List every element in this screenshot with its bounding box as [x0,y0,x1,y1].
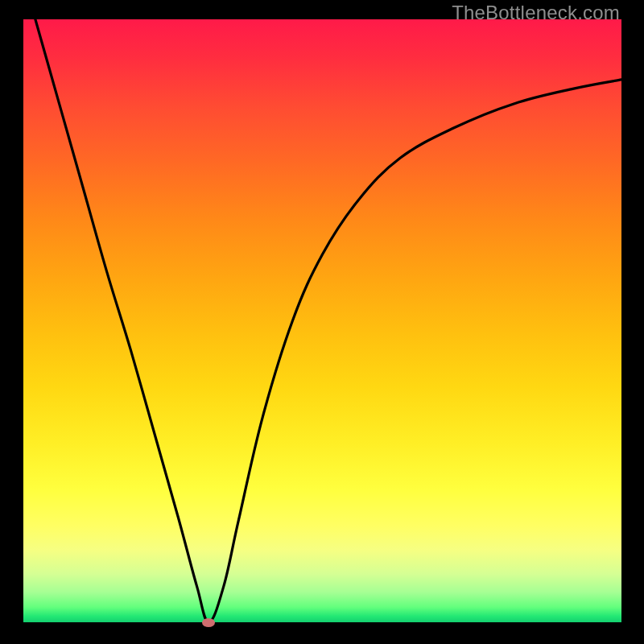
plot-area [23,19,621,622]
heat-gradient-background [23,19,621,622]
curve-minimum-marker [202,618,215,627]
